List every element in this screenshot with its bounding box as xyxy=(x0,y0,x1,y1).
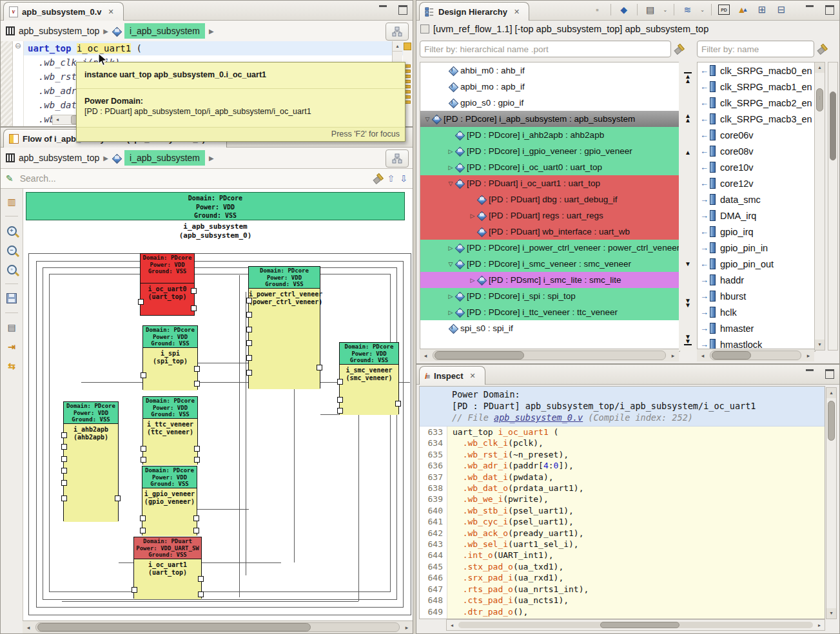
scroll-left-icon[interactable]: ◂ xyxy=(420,352,431,359)
tab-apb-subsystem-0-v[interactable]: v apb_subsystem_0.v ✕ xyxy=(3,2,124,21)
port-row[interactable]: ←core12v xyxy=(698,175,815,191)
block-i_smc_veneer[interactable]: Domain: PDcorePower: VDDGround: VSSi_smc… xyxy=(339,342,399,414)
tree-row[interactable]: ▷M[PD : PDcore] i_spi : spi_top xyxy=(420,288,679,304)
tree-row[interactable]: iahbi_m0 : ahb_if xyxy=(420,62,679,79)
block-i_ttc_veneer[interactable]: Domain: PDcorePower: VDDGround: VSSi_ttc… xyxy=(142,396,198,465)
file-link[interactable]: apb_subsystem_0.v xyxy=(494,412,583,423)
scroll-down-icon[interactable]: ▾ xyxy=(815,340,825,350)
stop-icon[interactable]: ▪ xyxy=(591,3,604,16)
source-line[interactable]: 641 .wb_cyc_i(psel_uart1), xyxy=(420,516,825,527)
tree-row[interactable]: iapbi_mo : apb_if xyxy=(420,79,679,95)
tree-row[interactable]: ▷M[PD : PDcore] i_oc_uart0 : uart_top xyxy=(420,159,679,175)
port-row[interactable]: →DMA_irq xyxy=(698,207,815,224)
expand-icon[interactable]: ▷ xyxy=(468,213,477,219)
refresh-flow-icon[interactable]: ⇆ xyxy=(5,360,19,372)
clear-search-icon[interactable] xyxy=(373,173,382,184)
dropdown-chevron-icon[interactable]: ⌄ xyxy=(700,7,705,13)
expand-icon[interactable]: ▷ xyxy=(446,164,455,171)
port-row[interactable]: ←clk_SRPG_macb0_en xyxy=(698,62,815,79)
close-tab-icon[interactable]: ✕ xyxy=(470,372,476,380)
clear-filter-icon[interactable] xyxy=(674,44,683,54)
breadcrumb-item-subsystem[interactable]: i_apb_subsystem xyxy=(124,150,205,166)
scroll-left-icon[interactable]: ◂ xyxy=(447,622,457,628)
tree-row[interactable]: ▷M[PD : PDuart] regs : uart_regs xyxy=(420,207,679,224)
zoom-fit-icon[interactable]: ▫ xyxy=(5,263,19,276)
scrollbar-thumb[interactable] xyxy=(816,88,823,111)
hierarchy-filter-input[interactable] xyxy=(420,41,670,57)
port-row[interactable]: ←gpio_irq xyxy=(698,224,815,240)
scrollbar-thumb[interactable] xyxy=(712,351,751,360)
levels-icon[interactable]: ▲▲ xyxy=(736,3,749,16)
maximize-icon[interactable] xyxy=(825,369,834,379)
inspect-vertical-scrollbar[interactable]: ▴ ▾ xyxy=(826,387,837,619)
name-filter-field[interactable] xyxy=(697,41,814,57)
block-i_gpio_veneer[interactable]: Domain: PDcorePower: VDDGround: VSSi_gpi… xyxy=(142,466,197,535)
port-row[interactable]: ←core08v xyxy=(698,143,815,159)
clear-filter-icon[interactable] xyxy=(817,44,826,54)
trace-signals-icon[interactable]: ⇥ xyxy=(5,340,19,353)
block-i_ahb2apb[interactable]: Domain: PDcorePower: VDDGround: VSSi_ahb… xyxy=(63,401,119,521)
source-line[interactable]: 645 .stx_pad_o(ua_txd1), xyxy=(420,561,825,572)
zoom-out-icon[interactable]: − xyxy=(5,244,19,256)
port-row[interactable]: ←clk_SRPG_macb3_en xyxy=(698,111,815,127)
source-line[interactable]: 647 .rts_pad_o(ua_nrts1_int), xyxy=(420,584,825,595)
close-tab-icon[interactable]: ✕ xyxy=(514,8,520,16)
maximize-icon[interactable] xyxy=(398,5,407,15)
fold-column[interactable]: ⊖ xyxy=(13,41,24,126)
scroll-up-icon[interactable]: ▴ xyxy=(826,388,836,398)
block-i_oc_uart0[interactable]: Domain: PDcorePower: VDDGround: VSSi_oc_… xyxy=(140,253,195,316)
source-line[interactable]: 634 .wb_clk_i(pclk), xyxy=(420,437,825,448)
port-row[interactable]: ←core10v xyxy=(698,159,815,175)
source-line[interactable]: 644 .int_o(UART_int1), xyxy=(420,550,825,561)
tree-row[interactable]: ▽M[PD : PDcore] i_apb_subsystem : apb_su… xyxy=(420,111,679,127)
search-next-icon[interactable]: ⇩ xyxy=(400,173,407,184)
source-line[interactable]: 640 .wb_stb_i(psel_uart1), xyxy=(420,505,825,516)
source-line[interactable]: 637 .wb_dat_i(pwdata), xyxy=(420,472,825,483)
scrollbar-thumb[interactable] xyxy=(828,401,835,441)
port-row[interactable]: →gpio_pin_in xyxy=(698,240,815,256)
tree-row[interactable]: ▷M[PD : PDsmc] i_smc_lite : smc_lite xyxy=(420,272,679,288)
zoom-in-icon[interactable]: + xyxy=(5,224,19,237)
module-type-icon[interactable]: ◆ xyxy=(618,3,630,16)
source-line[interactable]: 636 .wb_adr_i(paddr[4:0]), xyxy=(420,460,825,471)
breadcrumb-item-top[interactable]: apb_subsystem_top xyxy=(19,153,99,163)
sort-filter-icon[interactable]: ≋ xyxy=(681,3,694,16)
dropdown-chevron-icon[interactable]: ⌄ xyxy=(663,7,668,13)
page-down-icon[interactable]: ▼▼ xyxy=(681,298,694,307)
port-row[interactable]: ←clk_SRPG_macb2_en xyxy=(698,95,815,111)
source-line[interactable]: 649 .dtr_pad_o(), xyxy=(420,606,825,617)
hierarchy-filter-field[interactable] xyxy=(420,41,671,57)
page-up-icon[interactable]: ▲▲ xyxy=(681,113,694,122)
scroll-up-icon[interactable]: ▴ xyxy=(393,41,402,52)
scroll-left-icon[interactable]: ◂ xyxy=(53,115,62,124)
expand-icon[interactable]: ▷ xyxy=(446,148,455,155)
tab-design-hierarchy[interactable]: Design Hierarchy ✕ xyxy=(419,2,529,21)
port-row[interactable]: →haddr xyxy=(698,272,815,288)
fold-collapse-icon[interactable]: ⊖ xyxy=(15,41,21,50)
scroll-up-icon[interactable]: ▴ xyxy=(815,62,825,73)
source-line[interactable]: 638 .wb_dat_o(prdata_uart1), xyxy=(420,483,825,494)
block-i_oc_uart1[interactable]: Domain: PDuartPower: VDD_UART_SWGround: … xyxy=(133,537,202,599)
source-line[interactable]: 635 .wb_rst_i(~n_preset), xyxy=(420,449,825,460)
port-row[interactable]: →hclk xyxy=(698,304,815,320)
power-domain-chip-icon[interactable]: PD xyxy=(718,5,730,15)
port-list[interactable]: ←clk_SRPG_macb0_en←clk_SRPG_macb1_en←clk… xyxy=(697,62,816,352)
tab-inspect[interactable]: i≡ Inspect ✕ xyxy=(419,366,485,385)
port-list-horizontal-scrollbar[interactable]: ◂ ▸ xyxy=(697,349,814,361)
close-tab-icon[interactable]: ✕ xyxy=(108,8,114,16)
port-row[interactable]: ←core06v xyxy=(698,127,815,143)
minimize-icon[interactable] xyxy=(806,5,815,12)
tree-row[interactable]: ▷M[PD : PDcore] i_power_ctrl_veneer : po… xyxy=(420,240,679,256)
hierarchy-tree[interactable]: iahbi_m0 : ahb_ifiapbi_mo : apb_ifigpio_… xyxy=(420,62,680,352)
port-row[interactable]: →data_smc xyxy=(698,191,815,207)
collapse-all-icon[interactable]: ⊟ xyxy=(775,3,788,16)
tree-row[interactable]: ▽M[PD : PDcore] i_smc_veneer : smc_venee… xyxy=(420,256,679,272)
schematic-canvas[interactable]: Domain: PDcorePower: VDDGround: VSS i_ap… xyxy=(23,189,413,620)
expand-all-icon[interactable]: ⊞ xyxy=(756,3,768,16)
scrollbar-thumb[interactable] xyxy=(37,623,311,631)
code-line[interactable]: uart_top i_oc_uart1 ( xyxy=(24,41,413,55)
source-line[interactable]: 646 .srx_pad_i(ua_rxd1), xyxy=(420,572,825,583)
scroll-left-icon[interactable]: ◂ xyxy=(23,624,34,631)
scrollbar-thumb[interactable] xyxy=(830,91,836,160)
expand-icon[interactable]: ▷ xyxy=(446,293,455,300)
